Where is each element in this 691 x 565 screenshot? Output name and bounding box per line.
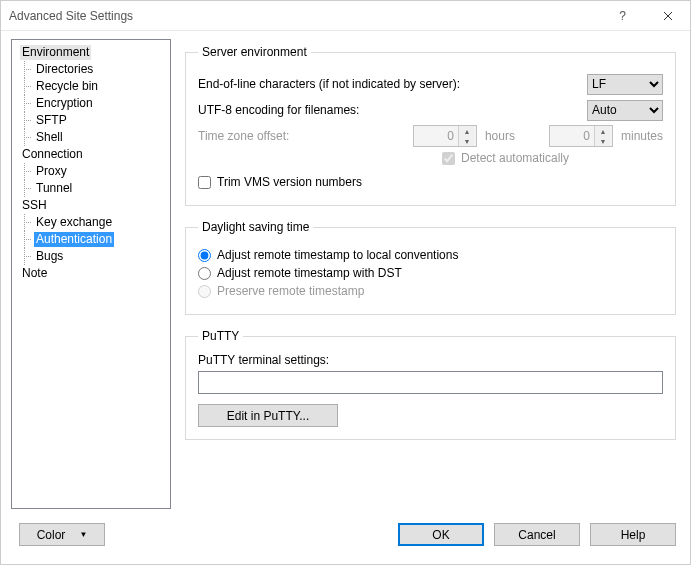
- main-panel: Server environment End-of-line character…: [179, 31, 690, 517]
- detect-auto-label: Detect automatically: [461, 151, 569, 165]
- color-button[interactable]: Color ▼: [19, 523, 105, 546]
- server-environment-legend: Server environment: [198, 45, 311, 59]
- chevron-down-icon: ▼: [459, 136, 475, 146]
- utf8-label: UTF-8 encoding for filenames:: [198, 103, 587, 117]
- window-title: Advanced Site Settings: [9, 9, 600, 23]
- color-label: Color: [37, 528, 66, 542]
- chevron-up-icon: ▲: [459, 126, 475, 136]
- tree-directories[interactable]: Directories: [14, 61, 168, 78]
- tree-shell[interactable]: Shell: [14, 129, 168, 146]
- tz-label: Time zone offset:: [198, 129, 405, 143]
- utf8-select[interactable]: Auto: [587, 100, 663, 121]
- putty-label: PuTTY terminal settings:: [198, 353, 663, 367]
- minutes-stepper: ▲▼: [549, 125, 613, 147]
- hours-stepper: ▲▼: [413, 125, 477, 147]
- tree-proxy[interactable]: Proxy: [14, 163, 168, 180]
- trim-vms-label: Trim VMS version numbers: [217, 175, 362, 189]
- sidebar: Environment Directories Recycle bin Encr…: [1, 31, 179, 517]
- detect-auto-checkbox: [442, 152, 455, 165]
- putty-legend: PuTTY: [198, 329, 243, 343]
- dst-preserve-radio: [198, 285, 211, 298]
- server-environment-group: Server environment End-of-line character…: [185, 45, 676, 206]
- putty-settings-input[interactable]: [198, 371, 663, 394]
- dst-local-radio[interactable]: [198, 249, 211, 262]
- cancel-button[interactable]: Cancel: [494, 523, 580, 546]
- tree-tunnel[interactable]: Tunnel: [14, 180, 168, 197]
- hours-input: [414, 126, 458, 146]
- dst-legend: Daylight saving time: [198, 220, 313, 234]
- tree-bugs[interactable]: Bugs: [14, 248, 168, 265]
- dst-group: Daylight saving time Adjust remote times…: [185, 220, 676, 315]
- tree-key-exchange[interactable]: Key exchange: [14, 214, 168, 231]
- tree-environment[interactable]: Environment: [14, 44, 168, 61]
- chevron-down-icon: ▼: [595, 136, 611, 146]
- tree-sftp[interactable]: SFTP: [14, 112, 168, 129]
- titlebar: Advanced Site Settings ?: [1, 1, 690, 31]
- chevron-up-icon: ▲: [595, 126, 611, 136]
- tree-ssh[interactable]: SSH: [14, 197, 168, 214]
- tree-encryption[interactable]: Encryption: [14, 95, 168, 112]
- hours-label: hours: [485, 129, 515, 143]
- dst-preserve-label: Preserve remote timestamp: [217, 284, 364, 298]
- close-icon[interactable]: [645, 1, 690, 31]
- tree-connection[interactable]: Connection: [14, 146, 168, 163]
- dst-local-label: Adjust remote timestamp to local convent…: [217, 248, 458, 262]
- edit-putty-button[interactable]: Edit in PuTTY...: [198, 404, 338, 427]
- tree-note[interactable]: Note: [14, 265, 168, 282]
- minutes-label: minutes: [621, 129, 663, 143]
- tree-authentication[interactable]: Authentication: [14, 231, 168, 248]
- help-icon[interactable]: ?: [600, 1, 645, 31]
- dst-with-radio[interactable]: [198, 267, 211, 280]
- nav-tree[interactable]: Environment Directories Recycle bin Encr…: [11, 39, 171, 509]
- trim-vms-checkbox[interactable]: [198, 176, 211, 189]
- minutes-input: [550, 126, 594, 146]
- dialog-footer: Color ▼ OK Cancel Help: [1, 517, 690, 556]
- caret-down-icon: ▼: [79, 530, 87, 539]
- putty-group: PuTTY PuTTY terminal settings: Edit in P…: [185, 329, 676, 440]
- ok-button[interactable]: OK: [398, 523, 484, 546]
- eol-label: End-of-line characters (if not indicated…: [198, 77, 587, 91]
- help-button[interactable]: Help: [590, 523, 676, 546]
- eol-select[interactable]: LF: [587, 74, 663, 95]
- tree-recycle-bin[interactable]: Recycle bin: [14, 78, 168, 95]
- dst-with-label: Adjust remote timestamp with DST: [217, 266, 402, 280]
